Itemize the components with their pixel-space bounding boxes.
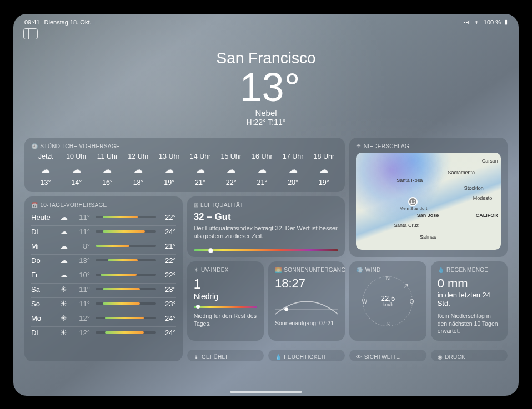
hour-label: 11 Uhr: [93, 153, 122, 160]
day-name: Sa: [31, 285, 54, 294]
sunset-card[interactable]: 🌅SONNENUNTERGANG 18:27 Sonnenaufgang: 07…: [268, 261, 345, 341]
rain-desc: Kein Niederschlag in den nächsten 10 Tag…: [438, 312, 501, 335]
hour-label: 14 Uhr: [186, 153, 215, 160]
cloud-icon: ☁: [279, 164, 308, 175]
hourly-forecast-card[interactable]: 🕘STÜNDLICHE VORHERSAGE Jetzt☁13°10 Uhr☁1…: [24, 138, 345, 192]
temp-range-bar: [96, 302, 156, 305]
hour-column[interactable]: 18 Uhr☁19°: [309, 153, 338, 186]
clock-icon: 🕘: [31, 143, 38, 149]
hour-label: 10 Uhr: [62, 153, 91, 160]
precipitation-map-card[interactable]: ☂NIEDERSCHLAG Carson Sacramento Santa Ro…: [349, 138, 508, 257]
day-high: 24°: [162, 228, 176, 236]
temp-range-bar: [96, 331, 156, 334]
day-name: Di: [31, 228, 54, 236]
aq-value: 32 – Gut: [194, 211, 339, 223]
hour-column[interactable]: 17 Uhr☁20°: [279, 153, 308, 186]
day-row[interactable]: Mi☁8°21°: [31, 240, 176, 252]
cloud-icon: ☁: [62, 164, 91, 175]
day-row[interactable]: Di☁11°24°: [31, 225, 176, 238]
temp-range-bar: [96, 274, 156, 276]
hour-label: 13 Uhr: [155, 153, 184, 160]
hour-temp: 20°: [279, 179, 308, 186]
wind-card[interactable]: 💨WIND N O S W ↑ 22,5 km/h: [349, 261, 426, 341]
hour-label: 18 Uhr: [309, 153, 338, 160]
current-temperature: 13°: [31, 67, 509, 107]
day-name: So: [31, 300, 54, 308]
hour-label: 12 Uhr: [124, 153, 153, 160]
sunrise-label: Sonnenaufgang: 07:21: [275, 320, 338, 326]
hour-column[interactable]: 12 Uhr☁18°: [124, 153, 153, 186]
aq-icon: ⊞: [194, 202, 198, 208]
sunset-icon: 🌅: [275, 267, 282, 273]
hour-label: 17 Uhr: [279, 153, 308, 160]
visibility-card[interactable]: 👁SICHTWEITE: [349, 350, 426, 361]
eye-icon: 👁: [356, 354, 362, 360]
day-row[interactable]: Di☀12°24°: [31, 326, 176, 339]
day-row[interactable]: Heute☁11°22°: [31, 211, 176, 223]
cloud-icon: ☁: [31, 164, 60, 175]
day-row[interactable]: So☀11°23°: [31, 297, 176, 310]
feels-like-card[interactable]: 🌡GEFÜHLT: [187, 350, 264, 361]
uv-label: Niedrig: [194, 292, 257, 301]
wind-compass: N O S W ↑ 22,5 km/h: [363, 276, 413, 326]
day-row[interactable]: Fr☁10°22°: [31, 269, 176, 281]
hour-temp: 21°: [186, 179, 215, 186]
pressure-card[interactable]: ◉DRUCK: [431, 350, 508, 361]
cloud-icon: ☁: [309, 164, 338, 175]
day-icon: ☀: [60, 299, 70, 308]
hour-column[interactable]: 11 Uhr☁16°: [93, 153, 122, 186]
calendar-icon: 📅: [31, 202, 38, 208]
rainfall-card[interactable]: 💧REGENMENGE 0 mm in den letzten 24 Std. …: [431, 261, 508, 341]
hour-label: 16 Uhr: [248, 153, 277, 160]
day-high: 23°: [162, 285, 176, 294]
hour-temp: 13°: [31, 179, 60, 186]
hour-column[interactable]: 14 Uhr☁21°: [186, 153, 215, 186]
sun-curve: [275, 294, 338, 317]
day-high: 24°: [162, 314, 176, 322]
day-high: 22°: [162, 256, 176, 265]
hour-label: 15 Uhr: [217, 153, 245, 160]
cloud-icon: ☁: [93, 164, 122, 175]
hour-temp: 22°: [217, 179, 245, 186]
map-location-pin[interactable]: 12: [408, 197, 418, 206]
current-condition: Nebel: [23, 108, 509, 118]
day-row[interactable]: Sa☀11°23°: [31, 283, 176, 295]
wind-icon: 💨: [356, 267, 363, 273]
rain-value: 0 mm: [438, 276, 501, 291]
hour-column[interactable]: 15 Uhr☁22°: [217, 153, 245, 186]
hour-column[interactable]: 10 Uhr☁14°: [62, 153, 91, 186]
day-low: 11°: [76, 213, 90, 221]
hour-column[interactable]: 13 Uhr☁19°: [155, 153, 184, 186]
hour-column[interactable]: 16 Uhr☁21°: [248, 153, 277, 186]
gauge-icon: ◉: [438, 354, 443, 360]
cloud-icon: ☁: [124, 164, 153, 175]
location-name: San Francisco: [23, 49, 509, 67]
day-icon: ☁: [60, 256, 70, 265]
day-name: Mi: [31, 242, 54, 250]
temp-range-bar: [96, 245, 156, 247]
hour-column[interactable]: Jetzt☁13°: [31, 153, 60, 186]
day-low: 11°: [76, 228, 90, 236]
uv-desc: Niedrig für den Rest des Tages.: [194, 312, 257, 327]
hour-temp: 18°: [124, 179, 153, 186]
day-low: 10°: [76, 271, 90, 279]
day-row[interactable]: Mo☀12°24°: [31, 312, 176, 324]
cloud-icon: ☁: [186, 164, 215, 175]
day-low: 12°: [76, 314, 90, 322]
wind-unit: km/h: [381, 302, 395, 308]
hour-temp: 19°: [155, 179, 184, 186]
uv-value: 1: [194, 276, 257, 292]
uv-index-card[interactable]: ☀UV-INDEX 1 Niedrig Niedrig für den Rest…: [187, 261, 264, 341]
uv-spectrum: [194, 306, 257, 309]
day-high: 21°: [162, 242, 176, 250]
home-indicator[interactable]: [230, 391, 302, 393]
ten-day-forecast-card[interactable]: 📅10-TAGE-VORHERSAGE Heute☁11°22°Di☁11°24…: [24, 196, 183, 361]
humidity-card[interactable]: 💧FEUCHTIGKEIT: [268, 350, 345, 361]
cloud-icon: ☁: [155, 164, 184, 175]
precipitation-map[interactable]: Carson Sacramento Santa Rosa Stockton Mo…: [356, 153, 501, 250]
air-quality-card[interactable]: ⊞LUFTQUALITÄT 32 – Gut Der Luftqualitäts…: [187, 196, 345, 257]
day-icon: ☁: [60, 241, 70, 250]
hour-temp: 14°: [62, 179, 91, 186]
day-row[interactable]: Do☁13°22°: [31, 254, 176, 266]
rain-label: in den letzten 24 Std.: [438, 291, 501, 308]
